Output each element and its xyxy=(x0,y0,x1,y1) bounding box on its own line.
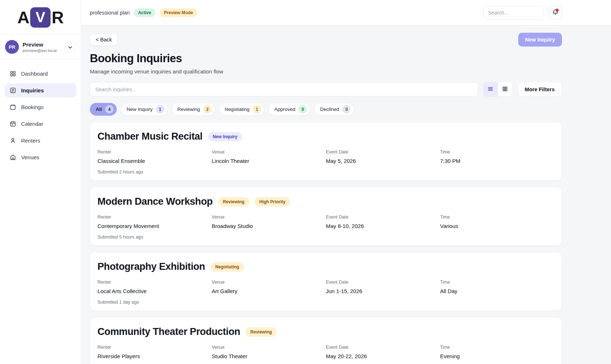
card-title-row: Modern Dance Workshop Reviewing High Pri… xyxy=(97,196,554,207)
field-label: Renter xyxy=(97,149,212,155)
header-actions-row: < Back New Inquiry xyxy=(90,33,562,47)
status-filter-pills: All 4 New Inquiry 1 Reviewing 2 Negotiat… xyxy=(90,103,562,116)
card-title-row: Community Theater Production Reviewing xyxy=(97,326,554,337)
inquiry-card[interactable]: Photography Exhibition Negotiating Rente… xyxy=(90,252,562,311)
dashboard-icon xyxy=(9,70,16,77)
notification-dot xyxy=(556,9,559,12)
filter-pill-all[interactable]: All 4 xyxy=(90,103,117,116)
sidebar-item-label: Dashboard xyxy=(21,71,48,77)
notifications-button[interactable] xyxy=(548,6,562,19)
sidebar-item-label: Inquiries xyxy=(21,87,44,93)
field-venue: Venue Broadway Studio xyxy=(212,215,326,229)
filter-pill-reviewing[interactable]: Reviewing 2 xyxy=(172,103,215,116)
sidebar-nav: Dashboard Inquiries Bookings Calendar xyxy=(0,59,81,172)
field-venue: Venue Studio Theater xyxy=(212,345,326,359)
sidebar-item-label: Calendar xyxy=(21,121,43,127)
inquiry-title: Community Theater Production xyxy=(97,326,240,337)
app-root: A V R PR Preview preview@avr.local Dashb… xyxy=(0,0,611,364)
field-time: Time Evening xyxy=(440,345,554,359)
card-title-row: Chamber Music Recital New Inquiry xyxy=(97,131,554,142)
field-event-date: Event Date May 8-10, 2026 xyxy=(326,215,440,229)
sidebar-item-label: Renters xyxy=(21,137,40,144)
logo-letter-r: R xyxy=(52,8,63,27)
sidebar-item-bookings[interactable]: Bookings xyxy=(4,100,76,114)
sidebar-item-calendar[interactable]: Calendar xyxy=(4,117,76,131)
avatar: PR xyxy=(5,40,19,54)
field-label: Time xyxy=(440,149,554,155)
back-button[interactable]: < Back xyxy=(90,33,118,46)
field-label: Venue xyxy=(212,345,326,350)
bookings-calendar-icon xyxy=(9,104,16,111)
sidebar-item-dashboard[interactable]: Dashboard xyxy=(4,67,76,81)
sidebar-item-label: Bookings xyxy=(21,104,44,110)
pill-count: 1 xyxy=(253,105,261,113)
status-badge: Negotiating xyxy=(211,262,244,272)
inquiry-card[interactable]: Chamber Music Recital New Inquiry Renter… xyxy=(90,122,562,181)
user-menu-button[interactable] xyxy=(65,41,76,52)
field-value: Evening xyxy=(440,353,554,359)
filter-pill-approved[interactable]: Approved 0 xyxy=(268,103,310,116)
pill-label: Approved xyxy=(274,107,295,112)
kanban-view-button[interactable] xyxy=(498,82,512,96)
sidebar-item-inquiries[interactable]: Inquiries xyxy=(4,83,76,97)
field-value: May 20-22, 2026 xyxy=(326,353,440,359)
preview-mode-badge: Preview Mode xyxy=(160,8,197,17)
field-value: 7:30 PM xyxy=(440,158,554,164)
user-profile: PR Preview preview@avr.local xyxy=(0,35,81,59)
view-toggle xyxy=(483,82,513,97)
search-inquiries-input[interactable] xyxy=(90,82,478,96)
pill-count: 2 xyxy=(203,105,212,113)
filter-pill-declined[interactable]: Declined 0 xyxy=(314,103,354,116)
inquiry-title: Chamber Music Recital xyxy=(97,131,203,142)
priority-badge: High Priority xyxy=(255,197,290,207)
content-area: < Back New Inquiry Booking Inquiries Man… xyxy=(81,25,611,364)
field-value: Broadway Studio xyxy=(212,223,326,229)
pill-label: All xyxy=(96,107,102,112)
filter-pill-new-inquiry[interactable]: New Inquiry 1 xyxy=(121,103,167,116)
list-view-icon xyxy=(487,86,494,93)
sidebar: A V R PR Preview preview@avr.local Dashb… xyxy=(0,0,81,364)
logo-letter-a: A xyxy=(17,8,29,27)
field-value: All Day xyxy=(440,288,554,294)
sidebar-item-venues[interactable]: Venues xyxy=(4,150,76,164)
field-venue: Venue Lincoln Theater xyxy=(212,149,326,164)
field-label: Renter xyxy=(97,280,212,285)
building-icon xyxy=(9,154,16,161)
submitted-timestamp: Submitted 1 day ago xyxy=(97,300,554,305)
inquiry-fields: Renter Classical Ensemble Venue Lincoln … xyxy=(97,149,554,164)
filter-pill-negotiating[interactable]: Negotiating 1 xyxy=(219,103,264,116)
field-label: Venue xyxy=(212,280,326,285)
field-label: Event Date xyxy=(326,149,440,155)
pill-label: Reviewing xyxy=(177,107,200,112)
field-value: Lincoln Theater xyxy=(212,158,326,164)
field-label: Renter xyxy=(97,215,212,220)
field-label: Renter xyxy=(97,345,212,350)
pill-label: Declined xyxy=(320,107,339,112)
field-value: Various xyxy=(440,223,554,229)
field-event-date: Event Date May 20-22, 2026 xyxy=(326,345,440,359)
sidebar-item-renters[interactable]: Renters xyxy=(4,133,76,148)
field-renter: Renter Riverside Players xyxy=(97,345,212,359)
pill-label: New Inquiry xyxy=(127,107,152,112)
new-inquiry-button[interactable]: New Inquiry xyxy=(518,33,562,47)
field-label: Time xyxy=(440,280,554,285)
pill-label: Negotiating xyxy=(225,107,249,112)
page-subtitle: Manage incoming venue inquiries and qual… xyxy=(90,68,562,75)
logo-letter-v: V xyxy=(30,7,51,28)
status-badge: New Inquiry xyxy=(208,132,242,141)
inquiry-card[interactable]: Community Theater Production Reviewing R… xyxy=(90,317,562,364)
list-view-button[interactable] xyxy=(483,82,498,96)
global-search-input[interactable] xyxy=(483,6,543,20)
more-filters-button[interactable]: More Filters xyxy=(518,82,562,97)
field-value: Studio Theater xyxy=(212,353,326,359)
user-name: Preview xyxy=(23,41,57,48)
inquiry-card[interactable]: Modern Dance Workshop Reviewing High Pri… xyxy=(90,187,562,246)
field-label: Event Date xyxy=(326,215,440,220)
pill-count: 1 xyxy=(156,105,164,113)
field-value: Contemporary Movement xyxy=(97,223,212,229)
field-time: Time Various xyxy=(440,215,554,229)
field-label: Time xyxy=(440,345,554,350)
plan-label: professional plan xyxy=(90,10,130,16)
pill-count: 0 xyxy=(342,105,351,113)
field-value: Jun 1-15, 2026 xyxy=(326,288,440,294)
